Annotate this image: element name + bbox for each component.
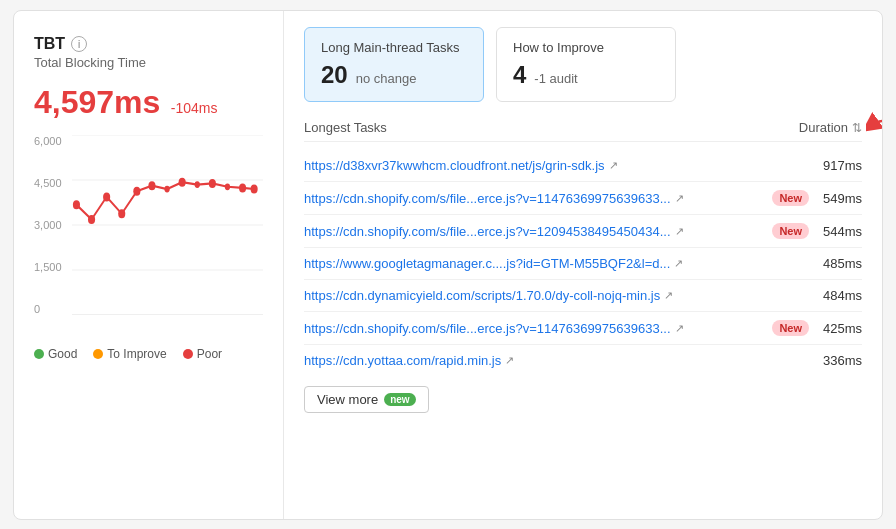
- task-url[interactable]: https://www.googletagmanager.c....js?id=…: [304, 256, 683, 271]
- chart-legend: Good To Improve Poor: [34, 347, 263, 361]
- task-row: https://cdn.yottaa.com/rapid.min.js ↗ 33…: [304, 345, 862, 376]
- tasks-list: https://d38xvr37kwwhcm.cloudfront.net/js…: [304, 150, 862, 376]
- task-url[interactable]: https://cdn.dynamicyield.com/scripts/1.7…: [304, 288, 673, 303]
- task-duration: 544ms: [817, 224, 862, 239]
- red-arrow-annotation: [866, 112, 883, 140]
- sort-icon[interactable]: ⇅: [852, 121, 862, 135]
- svg-point-14: [209, 179, 216, 188]
- svg-point-11: [164, 186, 169, 193]
- task-url[interactable]: https://cdn.shopify.com/s/file...erce.js…: [304, 224, 684, 239]
- svg-point-13: [195, 181, 200, 188]
- tbt-value: 4,597ms: [34, 84, 160, 120]
- svg-point-8: [118, 209, 125, 218]
- info-icon[interactable]: i: [71, 36, 87, 52]
- line-chart: [72, 135, 263, 315]
- y-label-0: 0: [34, 303, 70, 315]
- legend-to-improve-label: To Improve: [107, 347, 166, 361]
- tbt-value-row: 4,597ms -104ms: [34, 84, 263, 121]
- main-container: TBT i Total Blocking Time 4,597ms -104ms…: [13, 10, 883, 520]
- tbt-change: -104ms: [171, 100, 218, 116]
- external-link-icon: ↗: [674, 257, 683, 270]
- task-right: 484ms: [817, 288, 862, 303]
- task-row: https://cdn.shopify.com/s/file...erce.js…: [304, 182, 862, 215]
- task-url[interactable]: https://cdn.yottaa.com/rapid.min.js ↗: [304, 353, 514, 368]
- task-url[interactable]: https://d38xvr37kwwhcm.cloudfront.net/js…: [304, 158, 618, 173]
- task-duration: 484ms: [817, 288, 862, 303]
- external-link-icon: ↗: [505, 354, 514, 367]
- external-link-icon: ↗: [675, 192, 684, 205]
- view-more-new-badge: new: [384, 393, 415, 406]
- y-label-4500: 4,500: [34, 177, 70, 189]
- card-how-to-improve-value: 4: [513, 61, 526, 89]
- legend-to-improve-dot: [93, 349, 103, 359]
- task-row: https://www.googletagmanager.c....js?id=…: [304, 248, 862, 280]
- tbt-title-row: TBT i: [34, 35, 263, 53]
- card-long-tasks-label: Long Main-thread Tasks: [321, 40, 467, 55]
- task-url[interactable]: https://cdn.shopify.com/s/file...erce.js…: [304, 321, 684, 336]
- view-more-row: View more new: [304, 386, 862, 413]
- svg-point-15: [225, 183, 230, 190]
- task-duration: 549ms: [817, 191, 862, 206]
- task-row: https://cdn.shopify.com/s/file...erce.js…: [304, 215, 862, 248]
- svg-point-12: [179, 178, 186, 187]
- legend-poor-label: Poor: [197, 347, 222, 361]
- external-link-icon: ↗: [609, 159, 618, 172]
- view-more-label: View more: [317, 392, 378, 407]
- task-duration: 336ms: [817, 353, 862, 368]
- card-how-to-improve-change: -1 audit: [534, 71, 577, 86]
- svg-point-10: [148, 181, 155, 190]
- tbt-label: TBT: [34, 35, 65, 53]
- chart-svg-wrap: [72, 135, 263, 315]
- card-how-to-improve-label: How to Improve: [513, 40, 659, 55]
- task-right: New 425ms: [772, 320, 862, 336]
- svg-point-6: [88, 215, 95, 224]
- card-how-to-improve[interactable]: How to Improve 4 -1 audit: [496, 27, 676, 102]
- svg-point-16: [239, 183, 246, 192]
- chart-area: 6,000 4,500 3,000 1,500 0: [34, 135, 263, 335]
- task-right: 485ms: [817, 256, 862, 271]
- task-duration: 425ms: [817, 321, 862, 336]
- task-row: https://d38xvr37kwwhcm.cloudfront.net/js…: [304, 150, 862, 182]
- y-label-6000: 6,000: [34, 135, 70, 147]
- svg-point-5: [73, 200, 80, 209]
- task-url[interactable]: https://cdn.shopify.com/s/file...erce.js…: [304, 191, 684, 206]
- card-how-to-improve-values: 4 -1 audit: [513, 61, 659, 89]
- task-right: New 549ms: [772, 190, 862, 206]
- task-row: https://cdn.shopify.com/s/file...erce.js…: [304, 312, 862, 345]
- legend-good-dot: [34, 349, 44, 359]
- task-right: 917ms: [817, 158, 862, 173]
- card-long-tasks-change: no change: [356, 71, 417, 86]
- new-badge: New: [772, 223, 809, 239]
- task-right: New 544ms: [772, 223, 862, 239]
- left-panel: TBT i Total Blocking Time 4,597ms -104ms…: [14, 11, 284, 519]
- external-link-icon: ↗: [675, 225, 684, 238]
- legend-to-improve: To Improve: [93, 347, 166, 361]
- legend-good-label: Good: [48, 347, 77, 361]
- card-long-tasks-value: 20: [321, 61, 348, 89]
- card-long-tasks[interactable]: Long Main-thread Tasks 20 no change: [304, 27, 484, 102]
- y-label-1500: 1,500: [34, 261, 70, 273]
- tasks-title: Longest Tasks: [304, 120, 387, 135]
- tasks-table-header: Longest Tasks Duration ⇅: [304, 120, 862, 142]
- right-panel: Long Main-thread Tasks 20 no change How …: [284, 11, 882, 519]
- view-more-button[interactable]: View more new: [304, 386, 429, 413]
- external-link-icon: ↗: [664, 289, 673, 302]
- legend-poor: Poor: [183, 347, 222, 361]
- legend-poor-dot: [183, 349, 193, 359]
- tbt-subtitle: Total Blocking Time: [34, 55, 263, 70]
- task-duration: 917ms: [817, 158, 862, 173]
- duration-header-label: Duration: [799, 120, 848, 135]
- svg-point-7: [103, 192, 110, 201]
- external-link-icon: ↗: [675, 322, 684, 335]
- svg-point-17: [251, 185, 258, 194]
- y-label-3000: 3,000: [34, 219, 70, 231]
- card-long-tasks-values: 20 no change: [321, 61, 467, 89]
- new-badge: New: [772, 320, 809, 336]
- task-duration: 485ms: [817, 256, 862, 271]
- svg-point-9: [133, 187, 140, 196]
- metric-cards-row: Long Main-thread Tasks 20 no change How …: [304, 27, 862, 102]
- duration-header-wrap: Duration ⇅: [799, 120, 862, 135]
- task-right: 336ms: [817, 353, 862, 368]
- chart-y-labels: 6,000 4,500 3,000 1,500 0: [34, 135, 70, 315]
- new-badge: New: [772, 190, 809, 206]
